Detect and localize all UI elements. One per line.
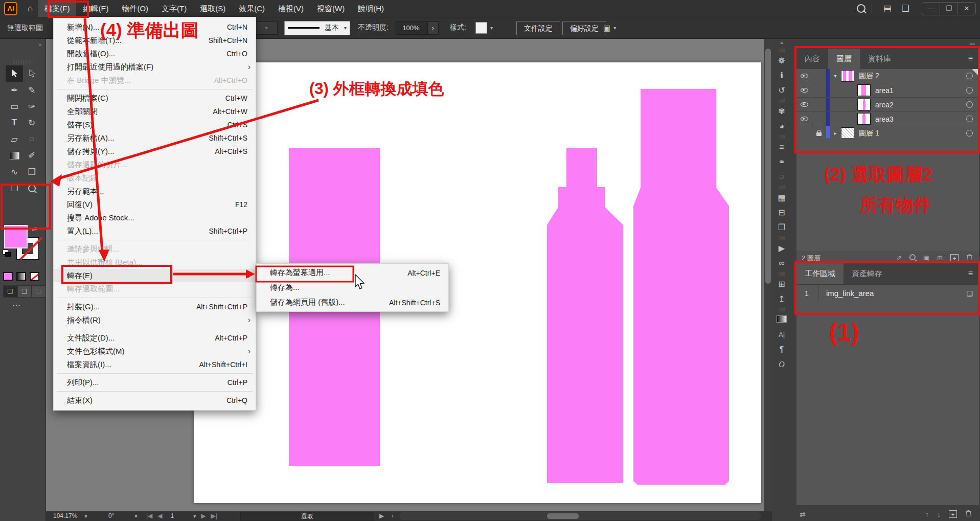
paragraph-icon[interactable]: ¶ [780,342,784,357]
lock-toggle[interactable] [812,112,826,126]
target-circle[interactable] [966,101,973,108]
visibility-toggle[interactable] [796,83,812,97]
layer-thumbnail[interactable] [857,99,871,110]
search-icon[interactable] [857,4,865,13]
lock-toggle[interactable] [812,83,826,97]
menu-item-save-as[interactable]: 另存新檔(A)...Shift+Ctrl+S [54,131,256,145]
menu-item-invite-to-edit[interactable]: 邀請參與編輯... [54,242,256,256]
asset-export-icon[interactable]: ↥ [778,291,785,306]
menu-item-scripts[interactable]: 指令檔(R) [54,313,256,327]
eraser-tool[interactable]: ▱ [6,131,23,147]
menu-item-save-for-web-legacy[interactable]: 儲存為網頁用 (舊版)...Alt+Shift+Ctrl+S [257,295,448,310]
draw-inside-mode-button[interactable]: ❏ [32,285,46,298]
new-sublayer-icon[interactable]: ⊞ [937,254,943,262]
artboards-icon[interactable]: ⊞ [778,277,785,291]
menu-item-open-recent[interactable]: 打開最近使用過的檔案(F) [54,60,256,74]
menu-view[interactable]: 檢視(V) [271,0,310,17]
menu-edit[interactable]: 編輯(E) [76,0,115,17]
locate-object-icon[interactable] [909,254,916,262]
menu-item-export-selection[interactable]: 轉存選取範圍... [54,282,256,296]
home-icon[interactable]: ⌂ [28,0,33,17]
selection-tool[interactable] [6,65,23,82]
tab-libraries[interactable]: 資料庫 [860,49,899,69]
opacity-input[interactable]: 100% [395,21,427,35]
visibility-toggle[interactable] [796,112,812,126]
actions-icon[interactable]: ▶ [779,241,785,256]
lock-toggle[interactable] [812,69,826,83]
stroke-width-select[interactable]: ▾ [255,21,278,35]
move-down-icon[interactable]: ↓ [937,510,941,518]
lock-toggle[interactable] [812,98,826,111]
menu-item-search-adobe-stock[interactable]: 搜尋 Adobe Stock... [54,211,256,224]
layer-row-area1[interactable]: area1 [796,83,979,98]
collect-for-export-icon[interactable]: ⇗ [896,254,902,262]
restore-button[interactable]: ❐ [940,3,958,15]
transparency-icon[interactable]: ⚭ [778,154,785,169]
opentype-icon[interactable]: O [779,357,785,372]
layer-thumbnail[interactable] [841,127,854,139]
drag-handle[interactable]: |||||||| [0,59,45,64]
first-page-icon[interactable]: |◀ [146,512,152,519]
make-clipping-mask-icon[interactable]: ▣ [923,254,929,262]
layer-row-area2[interactable]: area2 [796,98,979,112]
gradient-tool[interactable] [6,147,23,164]
align-options-select[interactable]: ▣ ▾ [603,24,616,33]
align-icon[interactable]: ⊟ [778,205,785,220]
menu-item-close[interactable]: 關閉檔案(C)Ctrl+W [54,92,256,105]
transform-icon[interactable]: ▦ [778,190,785,205]
panel-menu-icon[interactable]: ≡ [968,49,979,69]
visibility-toggle[interactable] [796,69,812,83]
pathfinder-icon[interactable]: ❐ [778,220,785,235]
canvas-vertical-scrollbar[interactable] [764,39,772,511]
menu-object[interactable]: 物件(O) [115,0,155,17]
rectangle-tool[interactable]: ▭ [6,98,23,115]
version-history-icon[interactable]: ↺ [778,83,785,98]
style-link[interactable]: 樣式: [450,23,466,33]
menu-help[interactable]: 說明(H) [351,0,391,17]
fill-color-swatch[interactable] [4,225,28,248]
illustrator-logo-icon[interactable]: Ai [4,2,17,15]
shape-builder-tool[interactable]: ❐ [23,164,40,180]
layer-row-area3[interactable]: area3 [796,112,979,126]
menu-item-print[interactable]: 列印(P)...Ctrl+P [54,376,256,389]
target-circle[interactable] [966,130,973,137]
delete-layer-icon[interactable] [966,254,973,262]
panel-menu-icon[interactable]: ≡ [968,263,979,284]
rotation-select[interactable]: 0°▾ [108,512,138,520]
menu-item-place[interactable]: 置入(L)...Shift+Ctrl+P [54,224,256,238]
zoom-level-select[interactable]: 104.17%▾ [53,512,87,520]
chevron-down-icon[interactable]: ▾ [830,73,841,79]
vertical-scroll-thumb[interactable] [765,49,771,284]
style-select[interactable]: ▾ [475,22,493,34]
edit-toolbar-icon[interactable]: ⋯ [12,301,21,310]
visibility-toggle[interactable] [796,98,812,111]
pen-tool[interactable]: ✒ [6,82,23,98]
info-icon[interactable]: ℹ [780,68,783,83]
layer-row-layer2[interactable]: ▾ 圖層 2 [796,69,979,83]
menu-window[interactable]: 視窗(W) [310,0,351,17]
rearrange-artboards-icon[interactable]: ⇄ [791,510,806,518]
collapse-panel-icon[interactable]: « [38,42,41,48]
direct-selection-tool[interactable] [23,65,40,82]
draw-behind-mode-button[interactable]: ❏ [17,285,32,298]
gradient-button[interactable] [16,272,26,281]
scroll-left-icon[interactable]: ‹ [392,512,394,520]
move-up-icon[interactable]: ↑ [925,510,929,518]
artboard-icon[interactable]: ❏ [966,289,973,298]
menu-select[interactable]: 選取(S) [193,0,232,17]
page-number-field[interactable]: 1 [171,512,174,519]
width-tool[interactable]: ∿ [6,164,23,180]
delete-artboard-icon[interactable] [965,510,972,518]
next-page-icon[interactable]: ▶ [201,512,206,519]
menu-item-save-selected-slices[interactable]: 儲存選取的切片... [54,158,256,171]
tab-properties[interactable]: 內容 [796,49,828,69]
menu-item-export[interactable]: 轉存(E) [54,269,256,282]
type-tool[interactable]: T [6,115,23,131]
menu-file[interactable]: 檔案(F) [38,0,76,17]
opacity-link[interactable]: 不透明度: [358,23,389,33]
shaper-tool[interactable]: ◌ [23,131,40,147]
new-layer-icon[interactable]: + [950,254,959,262]
artboard-name[interactable]: img_link_area [819,289,874,298]
tab-asset-export[interactable]: 資產轉存 [844,263,891,284]
zoom-tool[interactable] [23,180,40,196]
